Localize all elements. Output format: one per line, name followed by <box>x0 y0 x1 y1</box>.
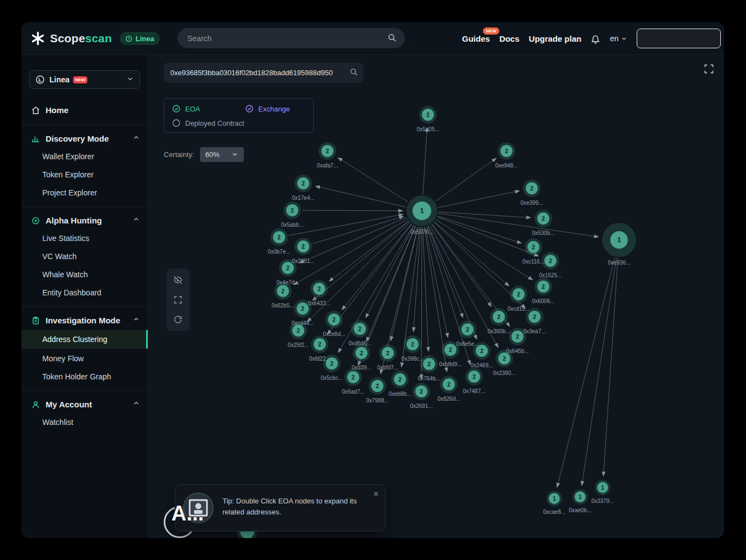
chain-new-badge: NEW <box>73 76 88 83</box>
linea-chain-icon <box>35 75 45 85</box>
graph-toolbar <box>166 268 190 331</box>
certainty-control: Certainty: 60% <box>164 147 244 162</box>
close-icon[interactable]: × <box>374 489 378 499</box>
sidebar-item-wallet-explorer[interactable]: Wallet Explorer <box>21 148 148 165</box>
fullscreen-button[interactable] <box>704 64 714 76</box>
divider <box>21 390 148 391</box>
chevron-down-icon <box>126 75 134 85</box>
home-icon <box>31 106 40 115</box>
tip-text: Tip: Double Click EOA nodes to expand it… <box>222 492 377 523</box>
nav-upgrade-plan[interactable]: Upgrade plan <box>529 34 582 43</box>
search-icon <box>387 33 397 45</box>
sidebar-item-watchlist[interactable]: Watchlist <box>21 414 148 430</box>
sidebar-item-entity-dashboard[interactable]: Entity Dashboard <box>21 284 148 301</box>
hide-labels-button[interactable] <box>169 271 187 289</box>
guides-new-badge: NEW <box>483 27 499 35</box>
legend-eoa[interactable]: EOA <box>172 104 245 113</box>
scopescan-logo[interactable]: Scopescan Linea <box>30 22 160 55</box>
sidebar-section-discovery-mode[interactable]: Discovery Mode <box>21 131 148 147</box>
divider <box>21 125 148 125</box>
connect-wallet-button[interactable] <box>637 29 721 48</box>
user-icon <box>31 400 40 409</box>
header: Scopescan Linea Guides NEW Docs Upg <box>21 22 724 55</box>
language-selector[interactable]: en <box>610 34 627 43</box>
graph-canvas[interactable]: 10x5076...10xe936...20x5a05...20xafa7...… <box>148 55 724 538</box>
sidebar-section-alpha-hunting[interactable]: Alpha Hunting <box>21 212 148 228</box>
expand-icon <box>173 295 183 305</box>
refresh-icon <box>173 315 183 324</box>
chevron-up-icon <box>132 134 140 143</box>
sidebar-item-project-explorer[interactable]: Project Explorer <box>21 184 148 201</box>
nav-guides[interactable]: Guides NEW <box>462 34 490 43</box>
global-search-input[interactable] <box>187 34 383 43</box>
chain-selector[interactable]: Linea NEW <box>29 70 140 89</box>
logo-star-icon <box>30 31 46 46</box>
sidebar: Linea NEW Home Discovery Mode Wallet Exp… <box>21 55 148 538</box>
sidebar-section-investigation-mode[interactable]: Investigation Mode <box>21 312 148 328</box>
address-search-box <box>164 63 363 83</box>
target-icon <box>31 216 40 225</box>
chain-selector-label: Linea <box>49 75 70 84</box>
certainty-select[interactable]: 60% <box>200 147 244 162</box>
header-nav: Guides NEW Docs Upgrade plan en <box>462 22 721 55</box>
sidebar-item-token-explorer[interactable]: Token Explorer <box>21 166 148 183</box>
clipboard-icon <box>31 316 40 325</box>
app-window: Scopescan Linea Guides NEW Docs Upg <box>21 22 724 538</box>
chevron-up-icon <box>132 400 140 409</box>
check-circle-icon <box>245 104 254 113</box>
node-type-legend: EOA Exchange Deployed Contract <box>164 98 314 133</box>
divider <box>21 206 148 207</box>
tip-toast: Tip: Double Click EOA nodes to expand it… <box>175 484 386 531</box>
sidebar-item-whale-watch[interactable]: Whale Watch <box>21 266 148 283</box>
certainty-label: Certainty: <box>164 150 194 159</box>
cluster-title-fragment: A... <box>171 502 204 525</box>
fit-view-button[interactable] <box>169 290 187 309</box>
address-input[interactable] <box>170 69 344 77</box>
eye-off-icon <box>173 275 183 285</box>
divider <box>21 306 148 307</box>
refresh-button[interactable] <box>169 310 187 329</box>
search-icon <box>349 68 359 79</box>
chevron-up-icon <box>132 316 140 325</box>
sidebar-item-token-holder-graph[interactable]: Token Holder Graph <box>21 368 148 385</box>
empty-circle-icon <box>172 119 181 127</box>
notification-bell-icon[interactable] <box>591 33 600 44</box>
bar-chart-icon <box>31 135 40 143</box>
check-circle-icon <box>172 104 181 113</box>
sidebar-section-my-account[interactable]: My Account <box>21 396 148 412</box>
header-chain-badge: Linea <box>120 32 160 45</box>
legend-exchange[interactable]: Exchange <box>245 104 290 113</box>
chevron-up-icon <box>132 216 140 225</box>
chevron-down-icon <box>231 150 238 159</box>
sidebar-item-live-statistics[interactable]: Live Statistics <box>21 230 148 247</box>
fullscreen-icon <box>704 64 714 74</box>
global-search <box>177 28 405 48</box>
sidebar-item-home[interactable]: Home <box>21 101 148 119</box>
chevron-down-icon <box>621 35 627 42</box>
sidebar-item-vc-watch[interactable]: VC Watch <box>21 248 148 265</box>
sidebar-item-money-flow[interactable]: Money Flow <box>21 350 148 367</box>
clock-icon <box>125 35 132 42</box>
nav-docs[interactable]: Docs <box>499 34 520 43</box>
legend-deployed-contract[interactable]: Deployed Contract <box>172 119 244 127</box>
logo-text: Scopescan <box>50 32 112 45</box>
sidebar-item-address-clustering[interactable]: Address Clustering <box>21 330 148 349</box>
